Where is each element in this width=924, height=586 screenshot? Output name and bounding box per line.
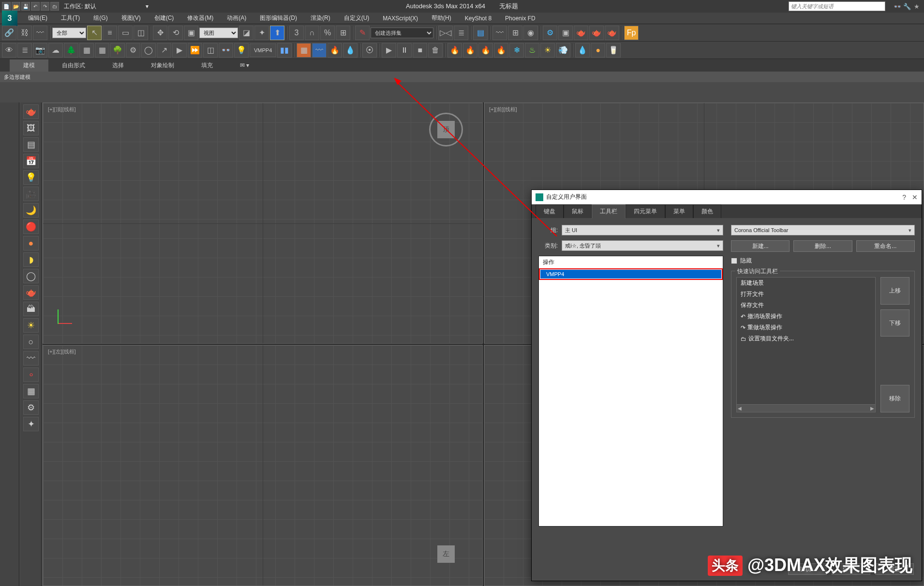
lb-calendar-icon[interactable]: 📅 bbox=[23, 154, 39, 168]
dlg-tab-mouse[interactable]: 鼠标 bbox=[564, 205, 592, 218]
render-icon[interactable]: 🫖 bbox=[574, 26, 588, 40]
menu-phoenixfd[interactable]: Phoenix FD bbox=[498, 13, 542, 24]
px-sim-play-icon[interactable]: ▶ bbox=[382, 43, 396, 58]
menu-animation[interactable]: 动画(A) bbox=[220, 12, 253, 24]
dlg-tab-menu[interactable]: 菜单 bbox=[665, 205, 693, 218]
dlg-tab-quad[interactable]: 四元菜单 bbox=[626, 205, 665, 218]
select-window-icon[interactable]: ◫ bbox=[134, 26, 148, 40]
snap-toggle-icon[interactable]: ⬆ bbox=[270, 26, 284, 40]
r2-tree2-icon[interactable]: 🌳 bbox=[110, 43, 125, 58]
r2-stack-icon[interactable]: ≣ bbox=[17, 43, 32, 58]
snap-3-icon[interactable]: 3 bbox=[289, 26, 304, 40]
link-icon[interactable]: 🔗 bbox=[2, 26, 16, 40]
align-icon[interactable]: ≣ bbox=[454, 26, 468, 40]
r2-grid2-icon[interactable]: ▦ bbox=[95, 43, 109, 58]
qa-item-undo[interactable]: ↶撤消场景操作 bbox=[737, 311, 875, 322]
teapot2-icon[interactable]: 🫖 bbox=[589, 26, 604, 40]
workspace-label[interactable]: 工作区: 默认 bbox=[64, 2, 96, 11]
r2-cloud-icon[interactable]: ☁ bbox=[48, 43, 63, 58]
action-item-vmpp4[interactable]: VMPP4 bbox=[540, 270, 721, 278]
r2-trees-icon[interactable]: 🌲 bbox=[64, 43, 78, 58]
unlink-icon[interactable]: ⛓ bbox=[17, 26, 32, 40]
lb-image-icon[interactable]: 🖼 bbox=[23, 121, 39, 135]
r2-gear-icon[interactable]: ⚙ bbox=[126, 43, 140, 58]
schematic-icon[interactable]: ⊞ bbox=[508, 26, 522, 40]
px-trash-icon[interactable]: 🗑 bbox=[428, 43, 443, 58]
teapot3-icon[interactable]: 🫖 bbox=[605, 26, 619, 40]
menu-view[interactable]: 视图(V) bbox=[115, 12, 148, 24]
ribbon-tab-freeform[interactable]: 自由形式 bbox=[48, 59, 99, 72]
r2-glasses-icon[interactable]: 👓 bbox=[219, 43, 233, 58]
dialog-close-icon[interactable]: ✕ bbox=[912, 193, 918, 201]
toolbar-select-combo[interactable]: Corona Official Toolbar bbox=[731, 225, 915, 235]
lb-sun-icon[interactable]: ☀ bbox=[23, 318, 39, 333]
move-icon[interactable]: ✥ bbox=[153, 26, 167, 40]
ribbon-tab-select[interactable]: 选择 bbox=[99, 59, 137, 72]
spinner-snap-icon[interactable]: ⊞ bbox=[336, 26, 350, 40]
lb-list-icon[interactable]: ▤ bbox=[23, 137, 39, 152]
group-combo[interactable]: 主 UI bbox=[562, 225, 723, 235]
px-box-icon[interactable]: ▦ bbox=[297, 43, 311, 58]
lb-gear-icon[interactable]: ⚙ bbox=[23, 400, 39, 415]
hide-checkbox[interactable] bbox=[731, 258, 737, 264]
r2-export-icon[interactable]: ↗ bbox=[157, 43, 171, 58]
lb-teapot-icon[interactable]: 🫖 bbox=[23, 104, 39, 119]
px-water-icon[interactable]: 💧 bbox=[343, 43, 358, 58]
star-icon[interactable]: ★ bbox=[912, 2, 921, 11]
remove-button[interactable]: 移除 bbox=[880, 385, 909, 412]
fp-icon[interactable]: Fp bbox=[624, 26, 639, 40]
menu-keyshot[interactable]: KeyShot 8 bbox=[458, 13, 498, 24]
lb-moon-icon[interactable]: 🌙 bbox=[23, 203, 39, 218]
binoculars-icon[interactable]: 👓 bbox=[893, 2, 902, 11]
lb-balls-icon[interactable]: ⚬ bbox=[23, 367, 39, 382]
menu-group[interactable]: 组(G) bbox=[87, 12, 114, 24]
qat-open-icon[interactable]: 📂 bbox=[12, 2, 20, 11]
angle-snap-icon[interactable]: ∩ bbox=[305, 26, 319, 40]
menu-modifier[interactable]: 修改器(M) bbox=[180, 12, 220, 24]
named-sel-icon[interactable]: ✎ bbox=[355, 26, 370, 40]
qat-undo-icon[interactable]: ↶ bbox=[31, 2, 40, 11]
r2-circle-icon[interactable]: ◯ bbox=[141, 43, 156, 58]
qat-new-icon[interactable]: 📄 bbox=[2, 2, 11, 11]
qat-redo-icon[interactable]: ↷ bbox=[41, 2, 49, 11]
menu-tools[interactable]: 工具(T) bbox=[54, 12, 87, 24]
lb-mountain-icon[interactable]: 🏔 bbox=[23, 302, 39, 316]
render-setup-icon[interactable]: ⚙ bbox=[543, 26, 557, 40]
qat-project-icon[interactable]: 🗀 bbox=[50, 2, 59, 11]
px-p7-icon[interactable]: ☀ bbox=[540, 43, 555, 58]
pivot-icon[interactable]: ◪ bbox=[239, 26, 253, 40]
lb-camera-icon[interactable]: 🎥 bbox=[23, 187, 39, 201]
rendered-frame-icon[interactable]: ▣ bbox=[558, 26, 573, 40]
lb-burst-icon[interactable]: ✦ bbox=[23, 417, 39, 431]
layers-icon[interactable]: ▤ bbox=[473, 26, 488, 40]
viewcube-left[interactable]: 左 bbox=[429, 537, 463, 571]
move-up-button[interactable]: 上移 bbox=[880, 277, 909, 305]
lb-teapot2-icon[interactable]: 🫖 bbox=[23, 285, 39, 300]
curve-editor-icon[interactable]: 〰 bbox=[492, 26, 507, 40]
ribbon-panel-label[interactable]: 多边形建模 bbox=[0, 72, 924, 82]
px-p6-icon[interactable]: ♨ bbox=[525, 43, 539, 58]
px-fire-icon[interactable]: 🔥 bbox=[328, 43, 342, 58]
ribbon-tab-mail-icon[interactable]: ✉ ▾ bbox=[226, 60, 263, 71]
px-p3-icon[interactable]: 🔥 bbox=[478, 43, 493, 58]
lb-bulb-icon[interactable]: 💡 bbox=[23, 170, 39, 185]
wrench-icon[interactable]: 🔧 bbox=[903, 2, 911, 11]
menu-create[interactable]: 创建(C) bbox=[148, 12, 181, 24]
lb-rec-icon[interactable]: 🔴 bbox=[23, 220, 39, 234]
r2-camera-icon[interactable]: 📷 bbox=[33, 43, 47, 58]
app-icon[interactable]: 3 bbox=[2, 11, 17, 26]
bind-icon[interactable]: 〰 bbox=[33, 26, 47, 40]
ref-coord-combo[interactable]: 视图 bbox=[199, 28, 238, 38]
r2-eye-icon[interactable]: 👁 bbox=[2, 43, 16, 58]
new-button[interactable]: 新建... bbox=[731, 240, 790, 252]
r2-bulb-icon[interactable]: 💡 bbox=[234, 43, 249, 58]
mirror-icon[interactable]: ▷◁ bbox=[438, 26, 453, 40]
script-vmpp4-button[interactable]: VMPP4 bbox=[250, 44, 276, 57]
px-sim-pause-icon[interactable]: ⏸ bbox=[397, 43, 412, 58]
selection-filter-combo[interactable]: 全部 bbox=[52, 28, 86, 38]
lb-orange-icon[interactable]: ● bbox=[23, 236, 39, 250]
qa-item-new[interactable]: 新建场景 bbox=[737, 278, 875, 289]
viewport-left-label[interactable]: [+][左][线框] bbox=[48, 348, 76, 355]
menu-maxscript[interactable]: MAXScript(X) bbox=[376, 13, 425, 24]
move-down-button[interactable]: 下移 bbox=[880, 309, 909, 337]
